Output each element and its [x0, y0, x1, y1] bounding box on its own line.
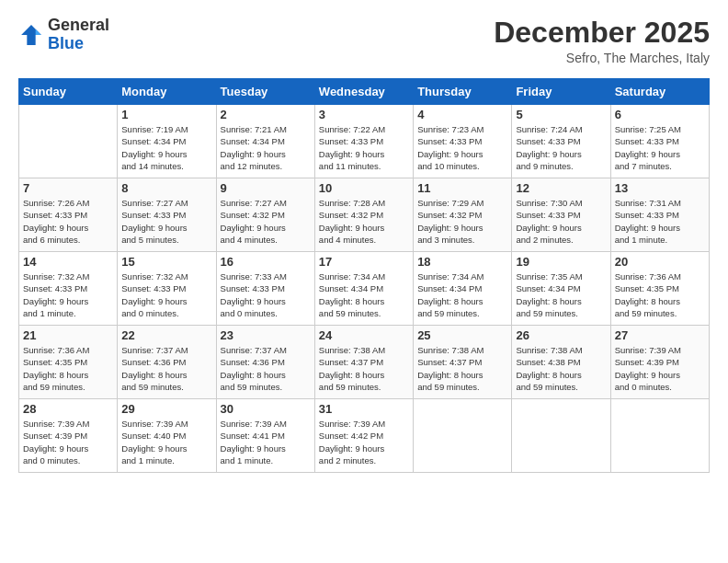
calendar-cell [512, 399, 610, 473]
col-wednesday: Wednesday [314, 79, 413, 105]
day-number: 15 [121, 255, 211, 269]
day-number: 5 [516, 108, 606, 121]
calendar-week-row: 1Sunrise: 7:19 AMSunset: 4:34 PMDaylight… [19, 105, 710, 178]
day-info: Sunrise: 7:38 AMSunset: 4:37 PMDaylight:… [417, 344, 507, 393]
col-friday: Friday [512, 79, 610, 105]
calendar-cell: 15Sunrise: 7:32 AMSunset: 4:33 PMDayligh… [118, 252, 216, 326]
day-number: 28 [23, 402, 113, 416]
col-tuesday: Tuesday [216, 79, 314, 105]
day-info: Sunrise: 7:39 AMSunset: 4:41 PMDaylight:… [221, 418, 311, 466]
day-number: 20 [615, 255, 705, 269]
day-info: Sunrise: 7:27 AMSunset: 4:32 PMDaylight:… [221, 197, 311, 246]
day-info: Sunrise: 7:19 AMSunset: 4:34 PMDaylight:… [121, 123, 211, 172]
calendar-week-row: 28Sunrise: 7:39 AMSunset: 4:39 PMDayligh… [19, 399, 710, 473]
day-info: Sunrise: 7:34 AMSunset: 4:34 PMDaylight:… [417, 270, 507, 319]
day-number: 11 [417, 181, 507, 195]
calendar-cell: 16Sunrise: 7:33 AMSunset: 4:33 PMDayligh… [216, 252, 314, 326]
col-saturday: Saturday [610, 79, 709, 105]
day-number: 23 [221, 328, 311, 342]
calendar-cell: 23Sunrise: 7:37 AMSunset: 4:36 PMDayligh… [216, 326, 314, 399]
day-info: Sunrise: 7:30 AMSunset: 4:33 PMDaylight:… [516, 197, 606, 246]
calendar-cell: 7Sunrise: 7:26 AMSunset: 4:33 PMDaylight… [19, 178, 118, 252]
calendar-week-row: 7Sunrise: 7:26 AMSunset: 4:33 PMDaylight… [19, 178, 710, 252]
day-info: Sunrise: 7:27 AMSunset: 4:33 PMDaylight:… [121, 197, 211, 246]
calendar-cell: 18Sunrise: 7:34 AMSunset: 4:34 PMDayligh… [414, 252, 512, 326]
day-info: Sunrise: 7:36 AMSunset: 4:35 PMDaylight:… [615, 270, 705, 319]
day-number: 1 [121, 108, 211, 121]
calendar-cell: 13Sunrise: 7:31 AMSunset: 4:33 PMDayligh… [610, 178, 709, 252]
day-info: Sunrise: 7:36 AMSunset: 4:35 PMDaylight:… [23, 344, 113, 393]
day-number: 25 [417, 328, 507, 342]
calendar-cell: 26Sunrise: 7:38 AMSunset: 4:38 PMDayligh… [512, 326, 610, 399]
day-number: 14 [23, 255, 113, 269]
calendar-header-row: Sunday Monday Tuesday Wednesday Thursday… [19, 79, 710, 105]
calendar-cell: 9Sunrise: 7:27 AMSunset: 4:32 PMDaylight… [216, 178, 314, 252]
day-number: 12 [516, 181, 606, 195]
calendar-cell: 28Sunrise: 7:39 AMSunset: 4:39 PMDayligh… [19, 399, 118, 473]
day-number: 18 [417, 255, 507, 269]
month-title: December 2025 [494, 17, 710, 49]
day-number: 10 [319, 181, 409, 195]
day-info: Sunrise: 7:29 AMSunset: 4:32 PMDaylight:… [417, 197, 507, 246]
logo-icon [18, 22, 44, 48]
logo-blue: Blue [48, 34, 84, 52]
day-number: 19 [516, 255, 606, 269]
calendar-cell: 19Sunrise: 7:35 AMSunset: 4:34 PMDayligh… [512, 252, 610, 326]
col-thursday: Thursday [414, 79, 512, 105]
day-number: 31 [319, 402, 409, 416]
calendar-cell: 6Sunrise: 7:25 AMSunset: 4:33 PMDaylight… [610, 105, 709, 178]
calendar-cell: 11Sunrise: 7:29 AMSunset: 4:32 PMDayligh… [414, 178, 512, 252]
col-monday: Monday [118, 79, 216, 105]
day-number: 2 [221, 108, 311, 121]
day-number: 13 [615, 181, 705, 195]
svg-marker-1 [36, 29, 41, 35]
calendar-cell: 2Sunrise: 7:21 AMSunset: 4:34 PMDaylight… [216, 105, 314, 178]
calendar-cell: 25Sunrise: 7:38 AMSunset: 4:37 PMDayligh… [414, 326, 512, 399]
calendar-cell: 29Sunrise: 7:39 AMSunset: 4:40 PMDayligh… [118, 399, 216, 473]
day-number: 4 [417, 108, 507, 121]
logo-general: General [48, 16, 109, 34]
day-info: Sunrise: 7:37 AMSunset: 4:36 PMDaylight:… [221, 344, 311, 393]
day-number: 21 [23, 328, 113, 342]
calendar-cell: 8Sunrise: 7:27 AMSunset: 4:33 PMDaylight… [118, 178, 216, 252]
calendar-week-row: 21Sunrise: 7:36 AMSunset: 4:35 PMDayligh… [19, 326, 710, 399]
day-info: Sunrise: 7:32 AMSunset: 4:33 PMDaylight:… [121, 270, 211, 319]
col-sunday: Sunday [19, 79, 118, 105]
day-info: Sunrise: 7:38 AMSunset: 4:37 PMDaylight:… [319, 344, 409, 393]
calendar-cell: 5Sunrise: 7:24 AMSunset: 4:33 PMDaylight… [512, 105, 610, 178]
calendar-week-row: 14Sunrise: 7:32 AMSunset: 4:33 PMDayligh… [19, 252, 710, 326]
calendar-cell: 20Sunrise: 7:36 AMSunset: 4:35 PMDayligh… [610, 252, 709, 326]
day-number: 6 [615, 108, 705, 121]
day-number: 22 [121, 328, 211, 342]
day-info: Sunrise: 7:26 AMSunset: 4:33 PMDaylight:… [23, 197, 113, 246]
calendar-cell: 12Sunrise: 7:30 AMSunset: 4:33 PMDayligh… [512, 178, 610, 252]
day-number: 17 [319, 255, 409, 269]
day-info: Sunrise: 7:38 AMSunset: 4:38 PMDaylight:… [516, 344, 606, 393]
page-container: General Blue December 2025 Sefro, The Ma… [0, 0, 728, 482]
day-info: Sunrise: 7:25 AMSunset: 4:33 PMDaylight:… [615, 123, 705, 172]
logo: General Blue [18, 17, 109, 53]
calendar-cell: 30Sunrise: 7:39 AMSunset: 4:41 PMDayligh… [216, 399, 314, 473]
calendar-cell: 10Sunrise: 7:28 AMSunset: 4:32 PMDayligh… [314, 178, 413, 252]
day-number: 26 [516, 328, 606, 342]
day-info: Sunrise: 7:21 AMSunset: 4:34 PMDaylight:… [221, 123, 311, 172]
day-info: Sunrise: 7:39 AMSunset: 4:40 PMDaylight:… [121, 418, 211, 466]
day-info: Sunrise: 7:31 AMSunset: 4:33 PMDaylight:… [615, 197, 705, 246]
day-info: Sunrise: 7:34 AMSunset: 4:34 PMDaylight:… [319, 270, 409, 319]
day-info: Sunrise: 7:39 AMSunset: 4:39 PMDaylight:… [615, 344, 705, 393]
day-info: Sunrise: 7:33 AMSunset: 4:33 PMDaylight:… [221, 270, 311, 319]
day-info: Sunrise: 7:37 AMSunset: 4:36 PMDaylight:… [121, 344, 211, 393]
day-number: 16 [221, 255, 311, 269]
location: Sefro, The Marches, Italy [494, 51, 710, 65]
day-number: 29 [121, 402, 211, 416]
calendar-cell: 14Sunrise: 7:32 AMSunset: 4:33 PMDayligh… [19, 252, 118, 326]
day-number: 30 [221, 402, 311, 416]
day-info: Sunrise: 7:24 AMSunset: 4:33 PMDaylight:… [516, 123, 606, 172]
day-info: Sunrise: 7:28 AMSunset: 4:32 PMDaylight:… [319, 197, 409, 246]
day-info: Sunrise: 7:39 AMSunset: 4:39 PMDaylight:… [23, 418, 113, 466]
day-info: Sunrise: 7:32 AMSunset: 4:33 PMDaylight:… [23, 270, 113, 319]
calendar-cell [610, 399, 709, 473]
day-number: 24 [319, 328, 409, 342]
calendar-table: Sunday Monday Tuesday Wednesday Thursday… [18, 78, 710, 473]
day-number: 3 [319, 108, 409, 121]
